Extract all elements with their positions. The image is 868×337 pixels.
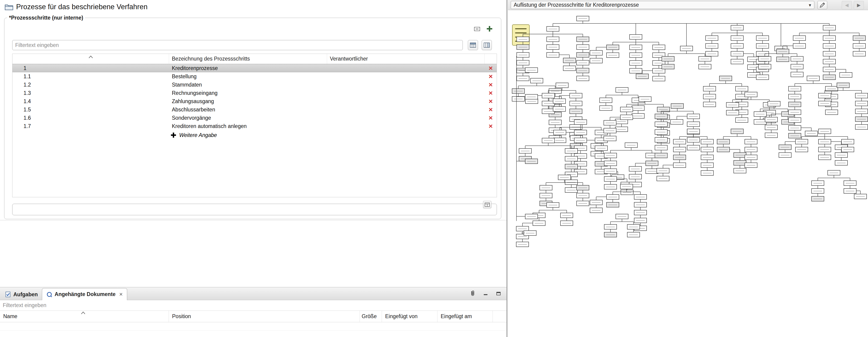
chevron-down-icon: ▾	[806, 2, 814, 8]
columns-icon	[484, 42, 490, 48]
plus-icon	[171, 133, 176, 138]
pencil-icon	[819, 2, 826, 8]
add-row-button[interactable]: Weitere Angabe	[171, 130, 497, 140]
delete-step-icon[interactable]: ×	[485, 98, 497, 105]
edit-diagram-button[interactable]	[817, 1, 827, 9]
process-filter-input[interactable]	[12, 40, 463, 50]
group-label: *Prozessschritte (nur interne)	[7, 15, 85, 21]
step-name: Abschlussarbeiten	[169, 107, 327, 113]
diagram-header: Auflistung der Prozessschritte für Kredi…	[508, 0, 868, 10]
step-name: Bestellung	[169, 73, 327, 80]
process-step-row[interactable]: 1.1Bestellung×	[12, 72, 497, 80]
process-step-row[interactable]: 1Kreditorenprozesse×	[12, 64, 497, 72]
minimize-view-button[interactable]	[482, 290, 490, 297]
table-icon	[470, 42, 476, 48]
delete-step-icon[interactable]: ×	[485, 90, 497, 96]
column-header-eingefuegt-von[interactable]: Eingefügt von	[382, 311, 437, 322]
minimize-icon	[483, 292, 488, 296]
maximize-icon	[496, 292, 501, 296]
delete-step-icon[interactable]: ×	[485, 123, 497, 130]
step-number: 1.1	[12, 73, 169, 80]
tab-label: Angehängte Dokumente	[55, 291, 116, 297]
step-number: 1.3	[12, 90, 169, 96]
detail-expand-button[interactable]	[483, 201, 491, 208]
step-name: Rechnungseingang	[169, 90, 327, 96]
process-step-row[interactable]: 1.4Zahlungsausgang×	[12, 97, 497, 105]
documents-filter-row	[0, 300, 506, 311]
view-toolbar	[469, 290, 502, 297]
documents-table-header: Name Position Größe Eingefügt von Eingef…	[0, 311, 506, 322]
step-name: Kreditoren automatisch anlegen	[169, 123, 327, 129]
editor-header: Prozesse für das beschriebene Verfahren	[0, 0, 506, 15]
delete-step-icon[interactable]: ×	[485, 65, 497, 72]
column-config-button[interactable]	[482, 40, 492, 50]
delete-step-icon[interactable]: ×	[485, 106, 497, 113]
page-title: Prozesse für das beschriebene Verfahren	[16, 3, 148, 11]
nav-back-button[interactable]: ◀	[842, 1, 852, 9]
step-number: 1	[12, 65, 169, 71]
column-header-position[interactable]: Position	[169, 311, 360, 322]
column-header-name[interactable]: Bezeichnung des Prozessschritts	[169, 54, 327, 64]
column-header-actions	[485, 54, 497, 64]
step-number: 1.4	[12, 98, 169, 104]
column-header-filler	[493, 311, 506, 322]
diagram-selector-value: Auflistung der Prozessschritte für Kredi…	[514, 2, 639, 8]
tab-label: Aufgaben	[13, 292, 38, 298]
documents-filter-input[interactable]	[0, 300, 506, 310]
process-step-row[interactable]: 1.6Sondervorgänge×	[12, 114, 497, 122]
process-step-row[interactable]: 1.3Rechnungseingang×	[12, 89, 497, 97]
column-header-name[interactable]: Name	[0, 311, 169, 322]
tab-aufgaben[interactable]: Aufgaben	[1, 289, 42, 300]
delete-step-icon[interactable]: ×	[485, 81, 497, 88]
add-row-label: Weitere Angabe	[179, 132, 217, 138]
empty-document-row	[0, 322, 506, 331]
add-process-step-button[interactable]	[485, 25, 494, 33]
diagram-canvas[interactable]	[508, 10, 868, 337]
process-flow-diagram[interactable]	[508, 10, 868, 337]
delete-step-icon[interactable]: ×	[485, 73, 497, 80]
grid-icon	[485, 203, 490, 207]
step-number: 1.6	[12, 115, 169, 121]
tab-angehaengte-dokumente[interactable]: Angehängte Dokumente ×	[42, 288, 127, 300]
step-name: Sondervorgänge	[169, 115, 327, 121]
process-step-row[interactable]: 1.5Abschlussarbeiten×	[12, 105, 497, 114]
table-view-button[interactable]	[468, 40, 478, 50]
detail-field[interactable]	[12, 204, 497, 215]
step-number: 1.2	[12, 82, 169, 88]
group-actions	[472, 25, 494, 33]
paperclip-icon	[470, 290, 476, 297]
step-number: 1.5	[12, 107, 169, 113]
folder-icon	[5, 3, 13, 11]
delete-step-icon[interactable]: ×	[485, 114, 497, 121]
process-editor-pane: Prozesse für das beschriebene Verfahren …	[0, 0, 507, 337]
column-header-number[interactable]	[12, 54, 169, 64]
table-body: 1Kreditorenprozesse×1.1Bestellung×1.2Sta…	[12, 64, 497, 130]
attachment-icon	[46, 292, 52, 297]
step-name: Zahlungsausgang	[169, 98, 327, 104]
table-header-row: Bezeichnung des Prozessschritts Verantwo…	[12, 54, 497, 64]
column-header-responsible[interactable]: Verantwortlicher	[327, 54, 485, 64]
plus-icon	[487, 26, 492, 32]
tasks-icon	[5, 292, 11, 297]
process-steps-group: *Prozessschritte (nur interne)	[4, 15, 501, 219]
bottom-views-panel: Aufgaben Angehängte Dokumente ×	[0, 287, 506, 337]
step-name: Stammdaten	[169, 82, 327, 88]
link-with-editor-button[interactable]	[469, 290, 476, 297]
close-tab-icon[interactable]: ×	[119, 291, 123, 298]
column-header-groesse[interactable]: Größe	[360, 311, 382, 322]
step-name: Kreditorenprozesse	[169, 65, 327, 71]
column-header-eingefuegt-am[interactable]: Eingefügt am	[437, 311, 493, 322]
sort-asc-icon	[89, 56, 93, 58]
diagram-pane: Auflistung der Prozessschritte für Kredi…	[508, 0, 868, 337]
process-steps-table: Bezeichnung des Prozessschritts Verantwo…	[12, 54, 497, 197]
diagram-nav: ◀ ▶	[842, 1, 864, 9]
process-step-row[interactable]: 1.2Stammdaten×	[12, 80, 497, 89]
diagram-selector[interactable]: Auflistung der Prozessschritte für Kredi…	[511, 1, 814, 9]
process-step-row[interactable]: 1.7Kreditoren automatisch anlegen×	[12, 122, 497, 130]
collapse-section-button[interactable]	[472, 25, 482, 33]
step-number: 1.7	[12, 123, 169, 129]
maximize-view-button[interactable]	[495, 290, 502, 297]
nav-forward-button[interactable]: ▶	[854, 1, 864, 9]
view-tabbar: Aufgaben Angehängte Dokumente ×	[0, 287, 506, 300]
sort-asc-icon	[81, 312, 85, 314]
